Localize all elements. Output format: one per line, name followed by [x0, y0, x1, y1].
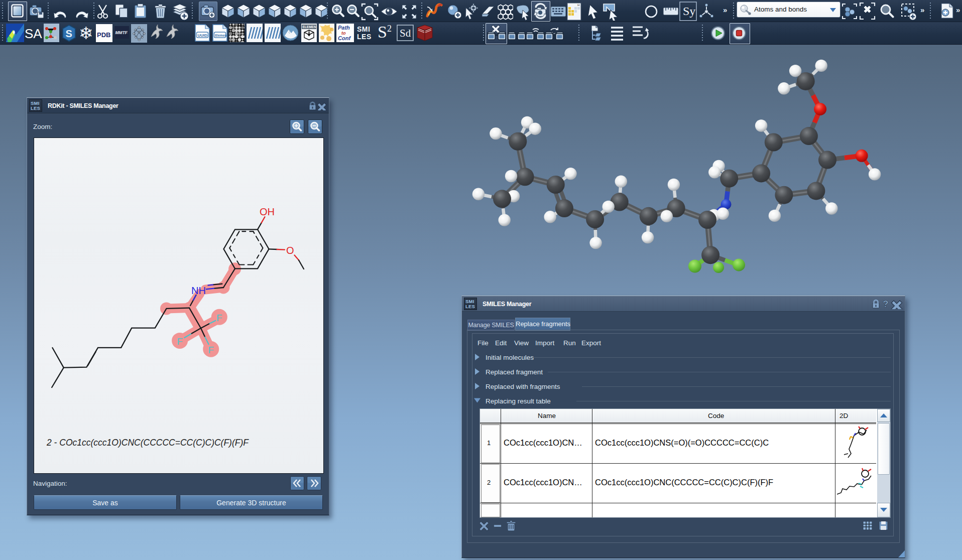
- svg-text:S: S: [66, 28, 72, 39]
- svg-text:NH: NH: [191, 285, 206, 296]
- svg-text:ELEMENT: ELEMENT: [303, 25, 317, 29]
- svg-text:?: ?: [883, 299, 889, 309]
- svg-text:Sd: Sd: [400, 27, 411, 39]
- svg-text:Conf: Conf: [338, 35, 351, 41]
- svg-text:OH: OH: [260, 206, 275, 217]
- svg-text:Element: Element: [215, 34, 228, 37]
- svg-text:H: H: [577, 4, 579, 7]
- svg-text:PDB: PDB: [97, 31, 110, 39]
- svg-text:F: F: [177, 336, 183, 347]
- svg-text:F: F: [208, 345, 214, 355]
- svg-text:Sy: Sy: [683, 5, 695, 18]
- svg-text:O: O: [286, 245, 294, 256]
- svg-text:MMTF: MMTF: [115, 30, 128, 35]
- svg-text:UUID: UUID: [198, 33, 208, 38]
- svg-text:F: F: [216, 313, 222, 323]
- svg-text:2 - COc1cc(ccc1O)CNC(CCCCC=CC(: 2 - COc1cc(ccc1O)CNC(CCCCC=CC(C)C)C(F)(F…: [46, 438, 249, 448]
- svg-text:Path: Path: [338, 25, 350, 31]
